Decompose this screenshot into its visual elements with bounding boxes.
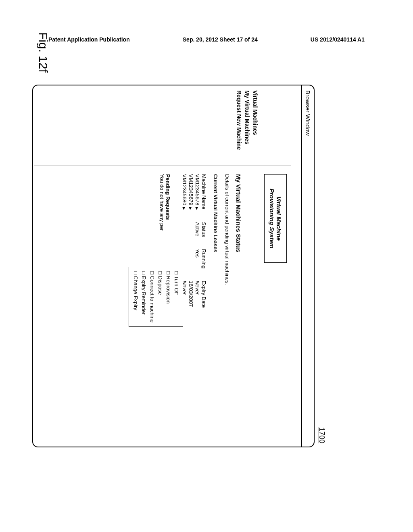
vm-status [181,222,188,249]
menu-dispose[interactable]: Dispose [156,271,164,322]
brand-line1: Virtual Machine [275,181,282,256]
col-running: Running [200,249,207,281]
browser-titlebar: Browser Window [301,85,314,447]
vm-running[interactable]: Yes [194,249,200,281]
vm-name[interactable]: VM12345679 [188,174,194,205]
vm-name[interactable]: VM12345680 [181,174,188,205]
page-title: My Virtual Machines Status [235,174,242,438]
page-description: Details of current and pending virtual m… [224,174,230,438]
sidebar-heading: Virtual Machines [252,90,259,161]
menu-connect[interactable]: Connect to machine [148,271,156,322]
vm-status [188,222,194,249]
leases-heading: Current Virtual Machine Leases [213,174,219,438]
menu-expiry-reminder[interactable]: Expiry Reminder [140,271,148,322]
expand-icon[interactable]: ▶ [188,207,193,210]
brand-box: Virtual Machine Provisioning System [264,174,287,263]
header-right: US 2012/0240114 A1 [311,36,365,43]
pending-heading: Pending Requests [165,174,171,255]
col-expiry: Expiry Date [200,281,207,320]
figure-label: Fig. 12f [36,32,50,73]
vm-status[interactable]: Active [194,222,200,249]
browser-toolbar [291,85,301,447]
vm-expiry: Never [194,281,200,320]
expand-icon[interactable]: ▶ [195,207,199,210]
browser-window: Browser Window Virtual Machines My Virtu… [32,85,315,447]
vm-table: Machine Name Status Running Expiry Date … [181,174,207,320]
reference-number: 1700 [317,427,326,443]
sidebar-item-my-vms[interactable]: My Virtual Machines [244,90,250,161]
table-row[interactable]: VM12345679 ▶ 16/03/2007 [188,174,194,320]
pending-text: You do not have any per [159,174,165,255]
vm-name[interactable]: VM12345678 [194,174,200,205]
main-panel: Virtual Machine Provisioning System My V… [34,166,291,447]
col-machine-name: Machine Name [200,174,207,222]
vm-expiry: 16/03/2007 [188,281,194,320]
col-status: Status [200,222,207,249]
table-row[interactable]: VM12345678 ▶ Active Yes Never [194,174,200,320]
menu-reprovision[interactable]: Reprovision [164,271,172,322]
action-menu: Turn Off Reprovision Dispose Connect to … [129,267,183,327]
menu-change-expiry[interactable]: Change Expiry [131,271,140,322]
table-header-row: Machine Name Status Running Expiry Date [200,174,207,320]
sidebar-item-request-new[interactable]: Request New Machine [236,90,242,161]
menu-turn-off[interactable]: Turn Off [172,271,180,322]
expand-icon[interactable]: ▶ [182,207,186,210]
brand-line2: Provisioning System [269,181,275,256]
sidebar: Virtual Machines My Virtual Machines Req… [34,85,291,166]
vm-running [188,249,194,281]
